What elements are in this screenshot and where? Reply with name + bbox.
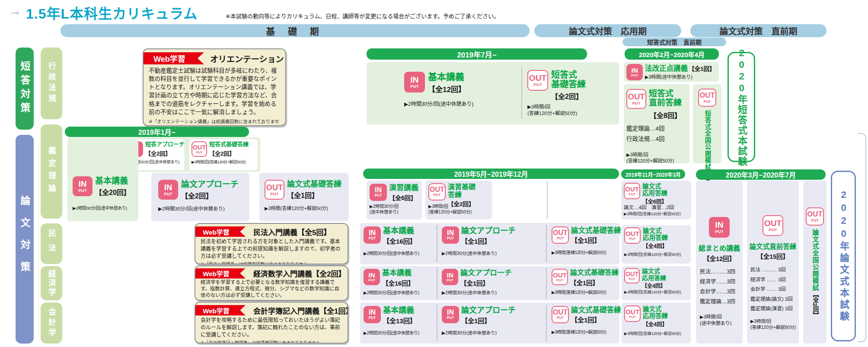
course-title: 論文アプローチ [461,226,516,235]
webbox-title: 会計学簿記入門講義【全1回】 [253,305,348,316]
course-count: 【全15回】 [757,251,789,261]
course-count: 【全4回】 [643,320,668,328]
exam-box-ronbun: 2020年論文式本試験 [831,171,856,341]
web-study-ribbon: Web学習 [143,52,204,64]
course-title: 短答式 基礎答練 [551,70,586,89]
course-time: ▶3時間/回(答練120分+解説50分) [624,331,681,337]
webbox-title: オリエンテーション【全1回】 [210,53,286,64]
course-time: ▶2時間30分/回(途中休憩あり) [73,206,131,211]
dotted-divider [437,226,437,262]
exam-tanto-label: 2020年短答式本試験 [734,48,748,167]
right-bracket-line [858,133,866,342]
course-count: 【全12回】 [703,254,735,263]
arrow-icon: → [9,3,22,18]
dotted-divider [437,305,437,341]
datebar-2019-11: 2019年11月~2020年3月 [621,169,685,179]
subject-kaikei: 会計学 [41,302,62,344]
course-title: 基本講義 [428,72,466,82]
subject-gyosei: 行政法規 [41,48,62,119]
course-title: 論文式直前答練 [750,243,797,250]
course-count: 【全2回】 [551,91,586,101]
course-kaikei-approach: INPUT 論文アプローチ 【全1回】 ▶2時間30分(途中休憩あり) [442,306,516,336]
course-detail: 民法 ……… 3回 [750,265,799,274]
webbox-body: 民法を初めて学習される方を対象とした入門講義です。基本講義を学習する上での前提知… [201,238,342,260]
output-badge: OUTPUT [552,226,569,244]
webbox-body: 会計学を攻略するために最低限知っておいたほうがよい簿記のルールを解説します。簿記… [201,317,342,338]
webbox-note: ※「経済数学入門講義」は総講義回数に含まれておりません。 [201,299,342,301]
course-hokaisei: INPUT 法改正点講義 【全1回】 ▶3時間(途中休憩あり) [626,64,715,80]
panel-ronbun-moshi: OUTPUT 論文式全国公開模試【全2回】 [803,181,827,344]
input-badge: INPUT [442,269,458,285]
output-badge: OUTPUT [806,207,824,226]
output-badge: OUTPUT [527,70,548,91]
input-badge: INPUT [404,72,425,92]
dotted-divider [546,268,547,298]
webbox-body: 不動産鑑定士試験は試験科目が多岐にわたり、複数の科目を並行して学習できるかが重要… [149,67,280,116]
course-count: 【全1回】 [461,316,516,325]
course-minpo-approach: INPUT 論文アプローチ 【全1回】 ▶2時間30分(途中休憩あり) [442,226,516,257]
datebar-2019-07: 2019年7月~ [367,48,587,60]
course-title: 論文アプローチ [181,180,239,189]
course-count: 【全1回】 [461,236,516,245]
course-count: 【全8回】 [650,110,688,120]
course-count: 【全20回】 [95,187,131,197]
card-kantei-ouyou: OUTPUT 論文式 応用答練 【全6回】 論文…4回 演習…2回 ▶3時間/回… [621,181,691,220]
course-detail: 鑑定理論(演習) 3回 [750,304,799,313]
course-time: ▶2時間30分/回(途中休憩あり) [364,330,419,336]
card-kantei-tanto-kiso: OUTPUT 短答式基礎答練 【全2回】 ▶3時間/回(答練120分+解説50分… [189,139,258,170]
webbox-kaikei: Web学習 会計学簿記入門講義【全1回】 会計学を攻略するために最低限知っておい… [195,302,348,344]
course-title: 演習講義 [389,184,418,192]
course-time: ▶2時間30分/回(途中休憩あり) [158,206,239,212]
course-detail: 鑑定理論(論文) 3回 [750,294,799,304]
course-title: 論文式基礎答練 [571,306,621,314]
exam-box-tanto: 2020年短答式本試験 [728,52,755,162]
course-title: 短答式基礎答練 [209,141,249,148]
course-detail: 会計学 …… 3回 [750,284,799,294]
output-badge: OUTPUT [624,227,641,244]
course-detail: 経済学 …… 3回 [750,275,799,284]
course-kantei-kihon: INPUT 基本講義 【全20回】 ▶2時間30分/回(途中休憩あり) [73,176,131,211]
webbox-body: 経済学を学習する上で必要となる数学知識を復習する講義です。指数計算、連立方程式、… [201,279,342,299]
output-badge: OUTPUT [191,141,207,157]
phase-bar-kiso: 基 礎 期 [61,24,530,37]
course-title: 論文式 応用答練 [643,306,668,319]
subject-gyosei-label: 行政法規 [46,62,57,105]
webbox-keizai: Web学習 経済数学入門講義【全2回】 経済学を学習する上で必要となる数学知識を… [195,265,348,301]
course-time: ▶3時間/回(答練120分+解説50分) [191,160,249,165]
course-count: 【全12回】 [428,83,466,94]
course-title: 基本講義 [383,306,416,315]
course-title: 論文式 応用答練 [643,227,668,241]
course-title: 基本講義 [95,176,131,185]
exam-ronbun-label: 2020年論文式本試験 [836,189,850,323]
course-time: ▶3時間/回(答練120分+解説50分) [624,290,681,295]
course-time: ▶3時間(答練120分+解説50分) [552,290,619,295]
datebar-2020-03: 2020年3月~2020年7月 [696,169,826,180]
card-enshu-kogi: INPUT 演習講義 【全6回】 ▶2時間30分/回 (途中休憩あり) [367,181,422,220]
dotted-divider [546,226,547,262]
course-kantei-ron-kiso: OUTPUT 論文式基礎答練 【全1回】 ▶3時間(答練120分+解説50分) [265,180,341,211]
course-detail: 行政法規…4回 [626,134,688,144]
card-keizai-ouyou: OUTPUT 論文式 応用答練 【全4回】 ▶3時間/回(答練120分+解説50… [622,266,691,300]
course-count: 【全1回】 [570,278,619,287]
course-title: 論文アプローチ [460,269,512,277]
output-badge: OUTPUT [552,269,568,285]
card-enshu-kiso: OUTPUT 演習基礎 答練 【全2回】 ▶3時間/回 (答練120分+解説50… [425,181,492,220]
web-study-ribbon: Web学習 [195,305,246,315]
course-count: 【全1回】 [460,278,512,287]
input-badge: INPUT [364,226,381,244]
sidebar-ronbun-label: 論文対策 [17,195,32,283]
course-count: 【全16回】 [383,236,416,245]
course-detail: 民法………3回 [700,267,743,277]
course-title: 論文式 応用答練 [642,183,667,197]
course-time: ▶2時間30分(途中休憩あり) [442,251,516,257]
datebar-2020-02: 2020年2月~2020年4月 [625,48,719,60]
course-time: ▶3時間/回 (答練120分+解説50分) [750,318,799,330]
output-badge: OUTPUT [698,89,716,107]
dotted-divider [521,67,522,118]
course-title: 論文式基礎答練 [287,180,341,188]
panel-matome: INPUT 総まとめ講義 【全12回】 民法………3回 経済学……3回 会計学…… [696,181,743,344]
ronbun-moshi-label: 論文式全国公開模試【全2回】 [811,229,819,318]
output-badge: OUTPUT [624,183,640,199]
course-minpo-kiso: OUTPUT 論文式基礎答練 【全1回】 ▶3時間(答練120分+解説50分) [552,226,621,255]
course-keizai-kiso: OUTPUT 論文式基礎答練 【全1回】 ▶3時間(答練120分+解説50分) [552,269,619,295]
